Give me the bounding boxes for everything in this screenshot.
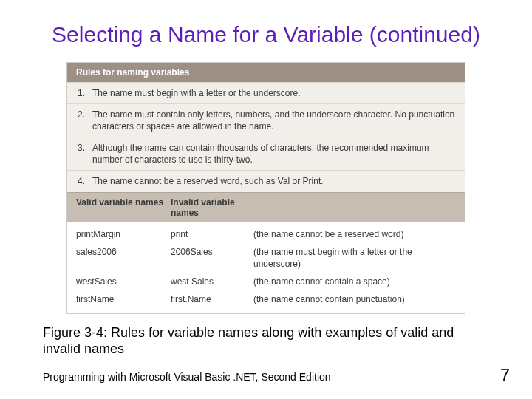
example-row: firstName first.Name (the name cannot co… — [67, 290, 465, 313]
rule-row: 2. The name must contain only letters, n… — [67, 103, 465, 137]
invalid-name: first.Name — [171, 293, 253, 305]
example-row: printMargin print (the name cannot be a … — [67, 222, 465, 243]
examples-header: Valid variable names Invalid variable na… — [67, 192, 465, 222]
page-number: 7 — [500, 365, 510, 386]
invalid-header: Invalid variable names — [171, 197, 253, 218]
rule-row: 3. Although the name can contain thousan… — [67, 137, 465, 170]
rule-row: 1. The name must begin with a letter or … — [67, 82, 465, 103]
invalid-reason: (the name cannot contain punctuation) — [253, 293, 456, 305]
valid-name: westSales — [76, 276, 171, 287]
example-row: westSales west Sales (the name cannot co… — [67, 273, 465, 290]
example-row: sales2006 2006Sales (the name must begin… — [67, 243, 465, 273]
rule-text: The name cannot be a reserved word, such… — [89, 175, 456, 187]
invalid-reason: (the name cannot be a reserved word) — [253, 228, 456, 240]
figure-caption: Figure 3-4: Rules for variable names alo… — [0, 314, 532, 358]
rule-text: Although the name can contain thousands … — [89, 142, 456, 166]
valid-name: firstName — [76, 293, 171, 305]
invalid-name: 2006Sales — [171, 246, 253, 270]
rule-text: The name must begin with a letter or the… — [89, 87, 456, 99]
rules-table: Rules for naming variables 1. The name m… — [66, 62, 466, 314]
valid-name: sales2006 — [76, 246, 171, 270]
rule-row: 4. The name cannot be a reserved word, s… — [67, 170, 465, 191]
valid-name: printMargin — [76, 228, 171, 240]
valid-header: Valid variable names — [76, 197, 171, 218]
invalid-reason: (the name cannot contain a space) — [253, 276, 456, 287]
rule-number: 2. — [78, 109, 89, 132]
slide-title: Selecting a Name for a Variable (continu… — [0, 0, 532, 62]
rule-number: 3. — [78, 142, 89, 166]
invalid-reason: (the name must begin with a letter or th… — [253, 246, 456, 270]
reason-header — [253, 197, 456, 218]
rule-text: The name must contain only letters, numb… — [89, 109, 456, 132]
rules-header: Rules for naming variables — [67, 63, 465, 82]
invalid-name: print — [171, 228, 253, 240]
footer-text: Programming with Microsoft Visual Basic … — [43, 371, 331, 383]
rule-number: 1. — [78, 87, 89, 99]
rule-number: 4. — [78, 175, 89, 187]
invalid-name: west Sales — [171, 276, 253, 287]
